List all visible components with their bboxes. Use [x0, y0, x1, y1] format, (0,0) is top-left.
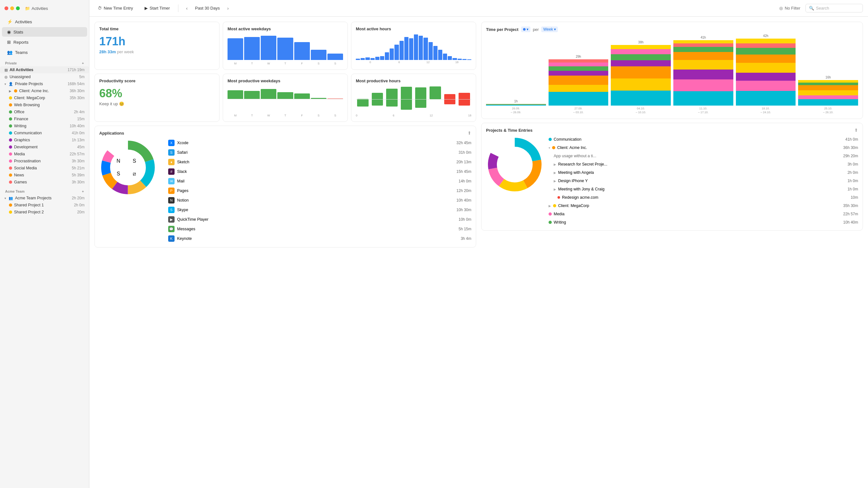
research-chevron[interactable]: ▶ [554, 163, 556, 166]
hour-18: 18 [443, 61, 472, 64]
app-row-mail: ✉ Mail 14h 0m [168, 177, 471, 185]
games-time: 3h 30m [72, 180, 85, 184]
filter-label: No Filter [785, 6, 800, 10]
acme-project-chevron[interactable]: ▾ [549, 146, 550, 150]
traffic-light-red[interactable] [4, 6, 8, 10]
col2-bars [549, 59, 609, 105]
tree-item-shared-project-2[interactable]: Shared Project 2 20m [0, 208, 89, 216]
time-per-project-select1[interactable]: ▾ [521, 27, 530, 32]
tree-item-private-projects[interactable]: ▾ 👤 Private Projects 168h 54m [0, 80, 89, 87]
media-label: Media [14, 152, 25, 156]
add-acme-icon[interactable]: + [82, 190, 84, 193]
writing-project-time: 10h 40m [843, 220, 858, 225]
media-project-dot [549, 213, 552, 216]
projects-export-icon[interactable]: ⬆ [854, 128, 858, 133]
tree-item-news[interactable]: News 5h 39m [0, 172, 89, 178]
communication-label: Communication [14, 131, 42, 135]
tree-item-social-media[interactable]: Social Media 5h 21m [0, 165, 89, 172]
activities-icon: ⚡ [7, 19, 12, 24]
nav-reports[interactable]: ⊞ Reports [2, 37, 87, 47]
tree-item-development[interactable]: Development 45m [0, 143, 89, 151]
keynote-name: Keynote [177, 236, 192, 241]
safari-time: 31h 0m [459, 150, 471, 155]
project-row-meeting-angela[interactable]: ▶ Meeting with Angela 2h 0m [549, 169, 858, 176]
projects-donut [486, 136, 544, 193]
col1-value: 1h [514, 99, 518, 103]
private-section-header: Private + [0, 59, 89, 66]
nav-teams[interactable]: 👥 Teams [2, 47, 87, 57]
tree-item-client-acme[interactable]: ▶ Client: Acme Inc. 36h 30m [0, 87, 89, 94]
filter-button[interactable]: ◎ No Filter [779, 6, 800, 10]
toolbar-separator-1 [178, 4, 178, 12]
applications-export-icon[interactable]: ⬆ [467, 130, 471, 135]
tree-item-shared-project-1[interactable]: Shared Project 1 2h 0m [0, 202, 89, 208]
design-iphone-chevron[interactable]: ▶ [554, 179, 556, 183]
news-label: News [14, 173, 24, 177]
applications-header: Applications ⬆ [99, 130, 471, 135]
tree-item-acme-team-projects[interactable]: ▾ 👥 Acme Team Projects 2h 20m [0, 195, 89, 202]
project-row-design-iphone[interactable]: ▶ Design iPhone Y 1h 0m [549, 177, 858, 184]
add-private-icon[interactable]: + [82, 61, 84, 65]
tree-item-media[interactable]: Media 22h 57m [0, 151, 89, 158]
most-active-hours-title: Most active hours [356, 27, 471, 31]
new-project-button[interactable]: 📁 Activities [25, 6, 48, 11]
week-select[interactable]: Week ▾ [541, 27, 558, 32]
research-name: Research for Secret Proje... [558, 162, 607, 166]
productive-weekday-labels: MTWTFSS [227, 114, 343, 117]
meeting-jony-chevron[interactable]: ▶ [554, 188, 556, 191]
stacked-col-6: 16h [798, 75, 858, 105]
h-bar-0 [356, 59, 360, 60]
hour-6: 6 [385, 61, 414, 64]
tree-item-games[interactable]: Games 3h 30m [0, 178, 89, 186]
most-active-hours-chart [356, 34, 471, 60]
project-row-acme[interactable]: ▾ Client: Acme Inc. 36h 30m [549, 144, 858, 151]
shared-project-2-label: Shared Project 2 [14, 210, 44, 214]
tree-item-web-browsing[interactable]: Web Browsing [0, 101, 89, 108]
prev-period-button[interactable]: ‹ [184, 4, 190, 12]
megacorp-name: Client: MegaCorp [558, 203, 589, 208]
productivity-score-title: Productivity score [99, 78, 215, 83]
tree-item-client-megacorp[interactable]: Client: MegaCorp 35h 30m [0, 94, 89, 101]
tree-item-graphics[interactable]: Graphics 1h 13m [0, 136, 89, 143]
tree-item-writing[interactable]: Writing 10h 40m [0, 123, 89, 130]
tree-item-communication[interactable]: Communication 41h 0m [0, 130, 89, 136]
nav-activities[interactable]: ⚡ Activities [2, 17, 87, 27]
time-per-project-card: Time per Project ▾ per Week ▾ [481, 22, 863, 119]
tree-item-all-activities[interactable]: ▤ All Activities 171h 19m [0, 66, 89, 73]
tree-item-unassigned[interactable]: ◎ Unassigned 5m [0, 73, 89, 80]
client-acme-chevron: ▶ [9, 89, 11, 93]
project-row-megacorp[interactable]: ▶ Client: MegaCorp 35h 30m [549, 202, 858, 209]
meeting-angela-chevron[interactable]: ▶ [554, 171, 556, 174]
nav-stats-label: Stats [13, 30, 23, 34]
unassigned-icon: ◎ [4, 75, 8, 79]
next-period-button[interactable]: › [225, 4, 231, 12]
tree-item-procrastination[interactable]: Procrastination 3h 30m [0, 158, 89, 165]
project-row-communication[interactable]: Communication 41h 0m [549, 136, 858, 143]
development-time: 45m [77, 145, 85, 149]
project-row-research[interactable]: ▶ Research for Secret Proje... 3h 0m [549, 161, 858, 168]
tree-item-finance[interactable]: Finance 15m [0, 116, 89, 123]
traffic-light-yellow[interactable] [10, 6, 14, 10]
slack-name: Slack [177, 169, 187, 174]
bar-w [261, 36, 276, 60]
col2-label: 27.09.– 03.10. [549, 107, 609, 114]
col1-label: 26.09.– 26.09. [486, 107, 546, 114]
tree-item-office[interactable]: Office 2h 4m [0, 108, 89, 116]
project-row-redesign: Redesign acme.com 10m [549, 194, 858, 201]
col3-value: 38h [638, 40, 644, 44]
nav-activities-label: Activities [15, 20, 32, 24]
shared-project-1-time: 2h 0m [74, 203, 85, 207]
traffic-light-green[interactable] [16, 6, 20, 10]
megacorp-chevron[interactable]: ▶ [549, 204, 551, 208]
nav-stats[interactable]: ◉ Stats [2, 27, 87, 37]
apps-donut: N S S ⧄ [99, 139, 157, 196]
search-box[interactable]: 🔍 Search [805, 4, 863, 12]
label-t1: T [244, 62, 260, 65]
project-row-meeting-jony[interactable]: ▶ Meeting with Jony & Craig 1h 0m [549, 186, 858, 193]
applications-title: Applications [99, 131, 124, 135]
search-placeholder: Search [816, 6, 829, 10]
productivity-score-card: Productivity score 68% Keep it up 😊 [94, 74, 220, 122]
new-time-entry-button[interactable]: ⏱ New Time Entry [94, 4, 136, 12]
graphics-time: 1h 13m [72, 138, 85, 142]
start-timer-button[interactable]: ▶ Start Timer [142, 4, 173, 12]
